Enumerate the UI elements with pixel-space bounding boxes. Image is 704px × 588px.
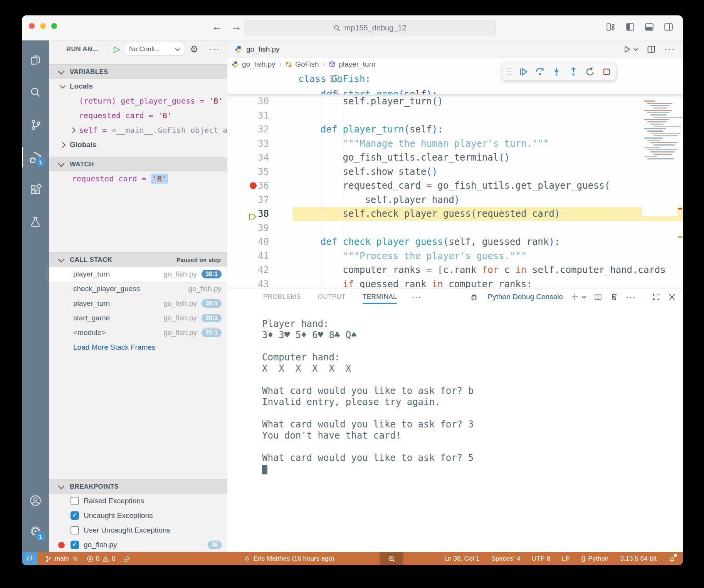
eol-setting[interactable]: LF	[562, 555, 570, 563]
code-line[interactable]: 37 self.player_hand)	[227, 193, 683, 207]
split-terminal-icon[interactable]	[594, 293, 602, 301]
variable-row[interactable]: requested_card = 'B'	[49, 108, 227, 123]
terminal-output[interactable]: Player hand:3♦ 3♥ 5♦ 6♥ 8♣ Q♠ Computer h…	[227, 305, 683, 552]
code-line[interactable]: 35 self.show_state()	[227, 165, 683, 179]
maximize-panel-icon[interactable]	[652, 293, 660, 301]
line-number[interactable]: 38	[227, 207, 269, 221]
line-number[interactable]: 41	[227, 249, 269, 263]
load-more-stack-frames-link[interactable]: Load More Stack Frames	[73, 343, 155, 352]
line-number[interactable]: 35	[227, 165, 269, 179]
callstack-frame-row[interactable]: check_player_guessgo_fish.py	[49, 281, 227, 296]
explorer-icon[interactable]	[22, 47, 49, 74]
code-line[interactable]: 32 def player_turn(self):	[227, 122, 683, 137]
debug-status-icon[interactable]	[123, 555, 131, 563]
line-number[interactable]: 36	[227, 179, 269, 193]
step-out-icon[interactable]	[568, 67, 578, 77]
accounts-icon[interactable]	[22, 487, 49, 514]
locals-scope-row[interactable]: Locals	[49, 79, 227, 94]
code-line[interactable]: 36 requested_card = go_fish_utils.get_pl…	[227, 179, 683, 193]
panel-more-actions-icon[interactable]: ···	[626, 293, 636, 302]
drag-handle-icon[interactable]	[507, 67, 512, 76]
line-number[interactable]: 30	[227, 94, 269, 109]
code-line[interactable]: 31	[227, 109, 683, 123]
code-editor[interactable]: 10class GoFish: 16 def start_game(self):…	[227, 70, 683, 288]
line-number[interactable]: 33	[227, 137, 269, 151]
customize-layout-icon[interactable]	[606, 22, 616, 32]
stop-icon[interactable]	[602, 67, 611, 77]
testing-flask-icon[interactable]	[22, 208, 49, 235]
breakpoint-dot-icon[interactable]	[250, 182, 257, 189]
breadcrumb-file[interactable]: go_fish.py	[242, 60, 276, 69]
line-number[interactable]: 43	[227, 277, 269, 288]
start-debug-icon[interactable]: ▷	[114, 44, 120, 54]
code-line[interactable]: 34 go_fish_utils.clear_terminal()	[227, 151, 683, 165]
continue-icon[interactable]	[518, 67, 528, 77]
line-number[interactable]: 37	[227, 193, 269, 207]
code-line[interactable]: 43 if guessed_rank in computer_ranks:	[227, 277, 683, 288]
panel-tab-problems[interactable]: PROBLEMS	[263, 288, 301, 305]
breakpoints-section-header[interactable]: BREAKPOINTS	[49, 479, 227, 494]
breakpoint-row[interactable]: User Uncaught Exceptions	[49, 523, 227, 538]
close-panel-icon[interactable]	[668, 293, 676, 301]
back-arrow-icon[interactable]: ←	[212, 21, 222, 33]
breakpoint-checkbox[interactable]	[71, 511, 79, 520]
breakpoint-row[interactable]: go_fish.py36	[49, 538, 227, 552]
kill-terminal-trash-icon[interactable]	[610, 293, 618, 301]
zoom-window-button[interactable]	[51, 23, 57, 29]
line-number[interactable]: 39	[227, 221, 269, 235]
panel-tab-output[interactable]: OUTPUT	[318, 288, 346, 305]
globals-scope-row[interactable]: Globals	[49, 137, 227, 152]
notifications-bell-icon[interactable]	[668, 555, 676, 563]
breakpoint-row[interactable]: Raised Exceptions	[49, 494, 227, 508]
breadcrumb-class[interactable]: GoFish	[295, 60, 319, 69]
toggle-secondary-sidebar-icon[interactable]	[664, 22, 674, 32]
code-line[interactable]: 33 """Manage the human player's turn."""	[227, 137, 683, 151]
breakpoint-checkbox[interactable]	[71, 541, 79, 549]
variables-section-header[interactable]: VARIABLES	[49, 64, 227, 79]
tab-go-fish-py[interactable]: go_fish.py	[227, 40, 287, 58]
zoom-status-chip[interactable]	[380, 552, 403, 565]
variable-row[interactable]: (return) get_player_guess = 'B'	[49, 94, 227, 108]
language-mode[interactable]: {}Python	[581, 555, 608, 563]
minimize-window-button[interactable]	[40, 23, 46, 29]
panel-more-tabs-icon[interactable]: ···	[412, 293, 422, 302]
branch-indicator[interactable]: main	[45, 555, 79, 563]
callstack-frame-row[interactable]: player_turngo_fish.py38:1	[49, 296, 227, 311]
line-number[interactable]: 34	[227, 151, 269, 165]
new-terminal-button[interactable]	[571, 293, 586, 301]
command-center-search[interactable]: mp155_debug_12	[244, 20, 496, 35]
source-control-icon[interactable]	[22, 111, 49, 138]
step-over-icon[interactable]	[535, 67, 545, 77]
run-python-file-button[interactable]	[622, 45, 638, 54]
editor-more-actions-icon[interactable]: ···	[664, 44, 675, 54]
breadcrumb-method[interactable]: player_turn	[339, 60, 375, 69]
variable-row[interactable]: self = <__main__.GoFish object a…	[49, 123, 227, 137]
code-line[interactable]: 40 def check_player_guess(self, guessed_…	[227, 235, 683, 249]
code-line[interactable]: 42 computer_ranks = [c.rank for c in sel…	[227, 263, 683, 277]
watch-section-header[interactable]: WATCH	[49, 157, 227, 171]
code-line[interactable]: 38 self.check_player_guess(requested_car…	[227, 207, 683, 221]
line-number[interactable]: 40	[227, 235, 269, 249]
code-line[interactable]: 30 self.player_turn()	[227, 94, 683, 109]
code-line[interactable]: 10class GoFish:	[298, 70, 683, 87]
indentation-setting[interactable]: Spaces: 4	[491, 555, 521, 563]
run-and-debug-icon[interactable]: 1	[22, 144, 49, 171]
line-number[interactable]: 42	[227, 263, 269, 277]
step-into-icon[interactable]	[551, 67, 561, 77]
code-line[interactable]: 16 def start_game(self):	[298, 87, 683, 94]
minimap[interactable]	[642, 101, 677, 216]
extensions-icon[interactable]	[22, 176, 49, 203]
close-window-button[interactable]	[29, 23, 35, 29]
toggle-primary-sidebar-icon[interactable]	[625, 22, 635, 32]
code-line[interactable]: 41 """Process the player's guess."""	[227, 249, 683, 263]
debug-more-actions-icon[interactable]: ···	[209, 44, 220, 54]
callstack-frame-row[interactable]: start_gamego_fish.py30:1	[49, 311, 227, 325]
git-blame-info[interactable]: Eric Matthes (16 hours ago)	[244, 555, 334, 563]
callstack-frame-row[interactable]: <module>go_fish.py75:1	[49, 325, 227, 340]
search-sidebar-icon[interactable]	[22, 79, 49, 106]
toggle-panel-icon[interactable]	[644, 22, 654, 32]
line-number[interactable]: 31	[227, 109, 269, 123]
watch-expression-row[interactable]: requested_card = 'B'	[49, 171, 227, 186]
remote-indicator[interactable]	[22, 552, 37, 565]
line-number[interactable]: 10	[298, 70, 340, 87]
